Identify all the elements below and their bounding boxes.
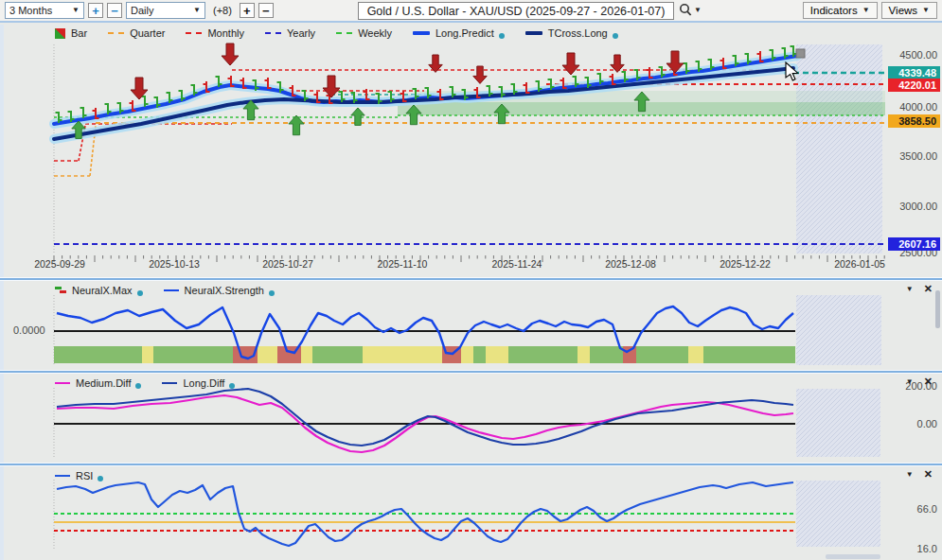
info-icon[interactable]	[137, 290, 143, 296]
prediction-zone	[796, 44, 882, 254]
sell-signal-arrow	[562, 53, 579, 75]
info-icon[interactable]	[613, 33, 618, 39]
price-bar	[130, 100, 136, 112]
mouse-cursor	[786, 62, 798, 80]
latest-bar-marker	[796, 49, 805, 58]
collapse-panel-icon[interactable]: ▼	[906, 377, 914, 386]
prediction-zone	[796, 481, 880, 547]
legend-item-tcross-long[interactable]: TCross.Long	[525, 27, 618, 39]
close-panel-icon[interactable]: ✕	[924, 283, 933, 295]
collapse-panel-icon[interactable]: ▼	[906, 470, 914, 479]
legend-item-yearly[interactable]: Yearly	[265, 27, 315, 39]
info-icon[interactable]	[135, 383, 141, 389]
price-bar	[253, 79, 259, 91]
sell-signal-arrow	[222, 44, 239, 65]
price-bar	[425, 87, 432, 98]
range-zoom-out-button[interactable]: −	[107, 3, 122, 18]
neuralx-strip-segment	[703, 346, 795, 363]
legend-item-neuralx-max[interactable]: NeuralX.Max	[55, 285, 143, 296]
price-bar	[684, 62, 690, 74]
info-icon[interactable]	[269, 290, 275, 296]
sell-signal-arrow	[611, 55, 624, 72]
legend-item-long-predict[interactable]: Long.Predict	[413, 27, 505, 39]
price-bar	[240, 78, 247, 89]
date-label: 2025-12-22	[707, 258, 783, 270]
panel-divider[interactable]	[0, 371, 942, 373]
neuralx-strip-segment	[590, 346, 623, 363]
price-bar	[413, 88, 419, 99]
neuralx-strip-segment	[153, 346, 233, 363]
views-button[interactable]: Views ▼	[881, 2, 937, 19]
date-label: 2025-11-10	[364, 258, 440, 270]
price-band	[417, 91, 885, 115]
prediction-zone	[796, 389, 880, 457]
legend-item-quarter[interactable]: Quarter	[108, 27, 165, 39]
info-icon[interactable]	[499, 33, 505, 39]
bars-remove-button[interactable]: −	[258, 3, 274, 18]
price-axis-label: 4000.00	[899, 101, 937, 113]
info-icon[interactable]	[98, 476, 103, 481]
date-label: 2025-10-27	[250, 258, 326, 270]
range-zoom-in-button[interactable]: +	[88, 3, 103, 18]
price-bar	[68, 111, 75, 122]
close-panel-icon[interactable]: ✕	[924, 468, 933, 481]
rsi-axis-upper-label: 66.0	[890, 503, 937, 515]
legend-item-medium-diff[interactable]: Medium.Diff	[55, 377, 141, 389]
weekly-line-icon	[336, 32, 352, 34]
legend-item-weekly[interactable]: Weekly	[336, 27, 392, 39]
neuralx-strip-segment	[363, 346, 442, 363]
neuralx-legend: NeuralX.Max NeuralX.Strength	[55, 285, 275, 296]
legend-item-monthly[interactable]: Monthly	[186, 27, 244, 39]
quarter-line-icon	[108, 32, 124, 34]
price-bar	[204, 81, 210, 93]
price-badge: 4339.48	[888, 66, 940, 79]
chevron-down-icon: ▼	[862, 7, 870, 14]
neuralx-strip-segment	[623, 346, 636, 363]
price-bar	[105, 103, 112, 114]
neuralx-strip-segment	[277, 346, 301, 363]
legend-item-neuralx-strength[interactable]: NeuralX.Strength	[164, 285, 275, 296]
legend-item-long-diff[interactable]: Long.Diff	[162, 377, 235, 389]
indicators-button[interactable]: Indicators ▼	[803, 2, 878, 19]
rsi-axis-lower-label: 16.0	[890, 543, 937, 554]
price-bar	[770, 49, 776, 61]
toolbar: 3 Months ▼ + − Daily ▼ (+8) + − Gold / U…	[0, 0, 942, 23]
price-bar	[93, 108, 99, 119]
bars-add-button[interactable]: +	[240, 3, 255, 18]
panel-divider[interactable]	[0, 278, 942, 280]
medium-diff-line-icon	[55, 382, 70, 385]
close-panel-icon[interactable]: ✕	[924, 376, 933, 388]
rsi-panel-controls: ▼ ✕	[906, 468, 933, 481]
symbol-title-box[interactable]: Gold / U.S. Dollar - XAU/USD (2025-09-27…	[358, 2, 674, 20]
price-bar	[634, 69, 641, 80]
date-label: 2025-12-08	[593, 258, 668, 270]
horizontal-scrollbar[interactable]	[826, 554, 880, 559]
price-badge: 3858.50	[888, 114, 940, 128]
trading-app-window: { "toolbar": { "range_select": "3 Months…	[0, 0, 942, 560]
price-axis-label: 3000.00	[899, 201, 937, 212]
sell-signal-arrow	[323, 76, 340, 97]
collapse-panel-icon[interactable]: ▼	[906, 285, 914, 293]
neuralx-strip-segment	[473, 346, 486, 363]
range-select[interactable]: 3 Months ▼	[5, 2, 84, 19]
neuralx-strip-segment	[142, 346, 153, 363]
sell-signal-arrow	[473, 66, 487, 83]
price-bar	[499, 86, 506, 97]
symbol-search[interactable]: ▼	[679, 3, 702, 17]
info-icon[interactable]	[229, 383, 235, 389]
neuralx-strip-segment	[508, 346, 578, 363]
legend-item-bar[interactable]: Bar	[55, 27, 87, 39]
price-bar	[376, 93, 382, 104]
rsi-legend: RSI	[55, 470, 103, 481]
diff-legend: Medium.Diff Long.Diff	[55, 377, 235, 389]
legend-item-rsi[interactable]: RSI	[55, 470, 103, 481]
price-bar	[560, 78, 567, 89]
interval-select[interactable]: Daily ▼	[126, 2, 205, 19]
price-axis-label: 3500.00	[899, 150, 937, 162]
price-bar	[610, 74, 616, 85]
panel-divider[interactable]	[0, 464, 942, 465]
vertical-scrollbar[interactable]	[935, 290, 940, 328]
price-bar	[314, 92, 321, 103]
price-bar	[573, 76, 579, 87]
price-bar	[191, 84, 198, 96]
